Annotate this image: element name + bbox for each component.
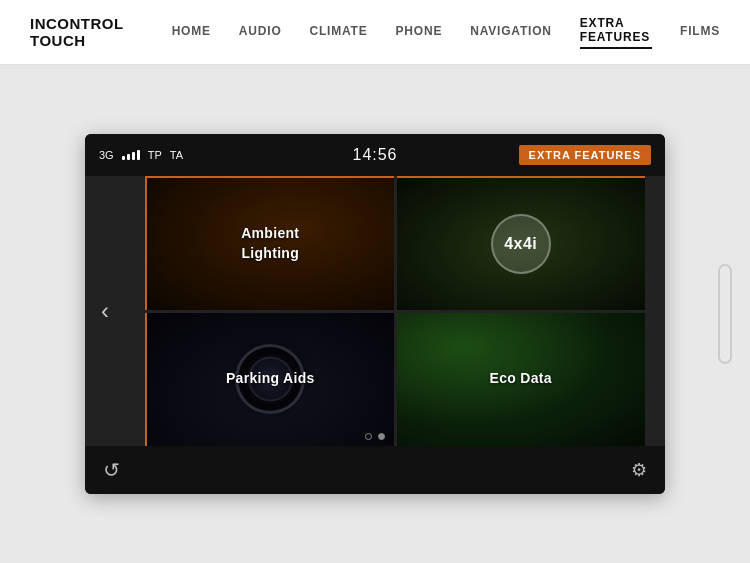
network-label: 3G	[99, 149, 114, 161]
nav-item-audio[interactable]: AUDIO	[239, 24, 282, 41]
tile-eco-data[interactable]: Eco Data	[397, 313, 646, 447]
tile-ambient-label: AmbientLighting	[241, 224, 299, 263]
device-frame: 3G TP TA 14:56 EXTRA FEATURES ‹	[85, 134, 665, 494]
nav-item-home[interactable]: HOME	[172, 24, 211, 41]
tile-ambient-lighting[interactable]: AmbientLighting	[145, 176, 394, 310]
device-content: ‹ AmbientLighting 4x4i	[85, 176, 665, 446]
signal-bar-1	[122, 156, 125, 160]
tile-4x4-label: 4x4i	[504, 235, 537, 253]
main-area: 3G TP TA 14:56 EXTRA FEATURES ‹	[0, 65, 750, 563]
badge-4x4i: 4x4i	[491, 214, 551, 274]
signal-bar-2	[127, 154, 130, 160]
brand-name: INCONTROL TOUCH	[30, 15, 172, 49]
nav-item-climate[interactable]: CLIMATE	[310, 24, 368, 41]
section-badge: EXTRA FEATURES	[519, 145, 651, 165]
tile-parking-label: Parking Aids	[226, 369, 315, 389]
nav-item-phone[interactable]: PHONE	[396, 24, 443, 41]
signal-bar-3	[132, 152, 135, 160]
scroll-hint[interactable]	[718, 264, 732, 364]
tile-eco-label: Eco Data	[490, 369, 552, 389]
ta-label: TA	[170, 149, 183, 161]
device-bottombar: ↻ ⚙	[85, 446, 665, 494]
top-navigation: INCONTROL TOUCH HOME AUDIO CLIMATE PHONE…	[0, 0, 750, 65]
device-topbar: 3G TP TA 14:56 EXTRA FEATURES	[85, 134, 665, 176]
nav-items: HOME AUDIO CLIMATE PHONE NAVIGATION EXTR…	[172, 16, 720, 49]
nav-item-navigation[interactable]: NAVIGATION	[470, 24, 552, 41]
signal-bars-icon	[122, 150, 140, 160]
nav-item-extra-features[interactable]: EXTRA FEATURES	[580, 16, 652, 49]
nav-item-films[interactable]: FILMS	[680, 24, 720, 41]
tp-label: TP	[148, 149, 162, 161]
status-left: 3G TP TA	[99, 149, 183, 161]
feature-grid: AmbientLighting 4x4i Parking Aids	[145, 176, 645, 446]
time-display: 14:56	[352, 146, 397, 164]
settings-button[interactable]: ⚙	[631, 459, 647, 481]
signal-bar-4	[137, 150, 140, 160]
previous-arrow[interactable]: ‹	[101, 297, 109, 325]
tile-4x4i[interactable]: 4x4i	[397, 176, 646, 310]
tile-parking-aids[interactable]: Parking Aids	[145, 313, 394, 447]
back-button[interactable]: ↻	[103, 458, 120, 482]
